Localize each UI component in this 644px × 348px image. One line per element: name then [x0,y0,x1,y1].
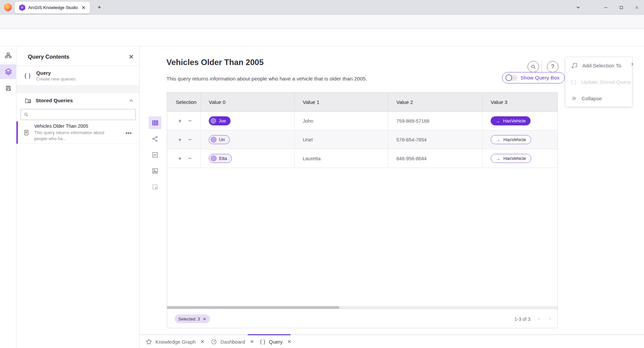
show-query-box-toggle[interactable]: Show Query Box [502,72,565,83]
tab-close-icon[interactable]: ✕ [80,5,87,11]
search-icon [23,112,29,117]
query-item[interactable]: { } Query Create new queries [16,66,139,85]
remove-selection-icon[interactable]: − [186,118,194,124]
table-footer: Selected: 3 ✕ 1-3 of 3 ‹ › [167,309,557,328]
remove-selection-icon[interactable]: − [186,136,194,143]
cell-value: 578-654-7854 [396,137,427,142]
map-view-icon [152,152,158,158]
tab-knowledge-graph[interactable]: Knowledge Graph ✕ [146,335,205,348]
add-selection-to-icon [571,62,578,69]
scrollbar-thumb[interactable] [167,306,339,309]
sidebar-item-contents[interactable] [0,64,16,79]
new-tab-button[interactable]: + [95,3,104,12]
link-chart-icon [152,135,158,142]
view-toolbar [149,116,161,197]
selection-tools-button[interactable] [149,181,161,193]
screen: ArcGIS Knowledge Studio ✕ + [0,0,644,348]
horizontal-scrollbar[interactable] [167,306,557,309]
sidebar-item-save[interactable] [0,81,16,96]
browser-tab-strip: ArcGIS Knowledge Studio ✕ + [0,0,644,15]
table-row: + − Uri Uriel 578-654-7854 → HasVehicle [167,130,557,149]
toggle-label: Show Query Box [521,75,559,81]
arrow-right-icon: → [495,118,500,124]
overflow-menu-icon[interactable]: ••• [126,130,132,136]
table-row: + − Joe John 759-889-57168 → HasVehicle [167,112,557,130]
app-header: Certification Project ? PL publisher2 la… [0,29,644,46]
entity-label: Joe [219,118,226,123]
tabs-dropdown-icon[interactable] [573,4,583,11]
add-selection-icon[interactable]: + [176,136,184,143]
panel-close-icon[interactable]: ✕ [129,53,134,61]
sidebar-item-data-model[interactable] [0,48,16,63]
relationship-pill[interactable]: → HasVehicle [491,135,531,144]
window-maximize-button[interactable] [616,4,626,11]
remove-selection-icon[interactable]: − [186,155,194,162]
add-to-map-button[interactable] [149,165,161,177]
query-results-table: Selection Value 0 Value 1 Value 2 Value … [167,92,558,328]
knowledge-graph-icon [146,339,152,345]
panel-title: Query Contents [28,54,69,60]
browser-tab[interactable]: ArcGIS Knowledge Studio ✕ [15,2,90,13]
entity-dot-icon [211,156,216,161]
tab-label: Dashboard [220,339,245,345]
relationship-pill[interactable]: → HasVehicle [491,116,531,125]
tab-close-icon[interactable]: ✕ [287,339,292,345]
page-title: Vehicles Older Than 2005 [166,58,263,67]
link-chart-view-button[interactable] [149,132,161,145]
search-input[interactable] [31,112,133,117]
folder-icon [24,97,32,104]
entity-pill[interactable]: Joe [209,116,231,125]
entity-dot-icon [210,118,216,124]
stored-query-item[interactable]: Vehicles Older Than 2005 This query retu… [16,121,139,144]
stored-query-doc-icon [23,129,30,136]
next-page-icon[interactable]: › [549,315,551,322]
column-header: Value 2 [388,93,483,111]
tab-label: Knowledge Graph [155,339,196,345]
chevron-up-icon[interactable] [129,98,134,103]
entity-pill[interactable]: Uri [209,135,230,144]
toggle-track [505,75,517,81]
add-selection-icon[interactable]: + [176,155,184,162]
page-description: This query returns information about peo… [166,76,367,82]
menu-item-label: Update Stored Query [581,79,630,85]
menu-item-collapse[interactable]: Collapse [565,90,632,107]
menu-item-add-selection-to[interactable]: Add Selection To [565,57,632,74]
query-item-label: Query [36,70,76,76]
section-separator [16,85,139,93]
selected-count-chip[interactable]: Selected: 3 ✕ [175,314,210,323]
entity-dot-icon [211,137,216,142]
clear-selection-icon[interactable]: ✕ [203,316,206,322]
tab-query[interactable]: { } Query ✕ [260,335,292,348]
search-button[interactable] [528,61,539,72]
arrow-right-icon: → [496,156,500,161]
layers-icon [5,68,12,75]
window-minimize-button[interactable] [601,4,611,11]
braces-icon: { } [571,79,577,85]
left-rail [0,46,16,348]
tab-label: Query [269,339,283,345]
selection-context-menu: Add Selection To { } Update Stored Query… [565,57,632,107]
map-view-button[interactable] [149,149,161,161]
entity-pill[interactable]: Etta [209,154,232,163]
window-close-button[interactable] [632,4,642,11]
column-header: Selection [167,93,201,111]
pagination-range: 1-3 of 3 [514,316,530,322]
stored-queries-search[interactable] [20,109,136,120]
add-selection-icon[interactable]: + [176,118,184,124]
stored-queries-title: Stored Queries [36,98,129,104]
help-button[interactable]: ? [547,61,558,72]
braces-icon: { } [260,339,265,344]
tab-close-icon[interactable]: ✕ [200,339,205,345]
table-view-button[interactable] [149,116,161,129]
previous-page-icon[interactable]: ‹ [538,315,540,322]
browser-url-row: https://dev0028833.esri.com/portal/apps/… [0,15,644,29]
tab-close-icon[interactable]: ✕ [250,339,254,345]
relationship-pill[interactable]: → HasVehicle [491,154,531,163]
stored-query-title: Vehicles Older Than 2005 [34,123,111,129]
cell-value: Uriel [303,137,313,142]
relationship-label: HasVehicle [503,137,526,142]
firefox-icon[interactable] [4,3,12,11]
stored-query-description: This query returns information about peo… [34,130,111,141]
data-model-icon [5,52,12,59]
tab-dashboard[interactable]: Dashboard ✕ [211,335,254,348]
